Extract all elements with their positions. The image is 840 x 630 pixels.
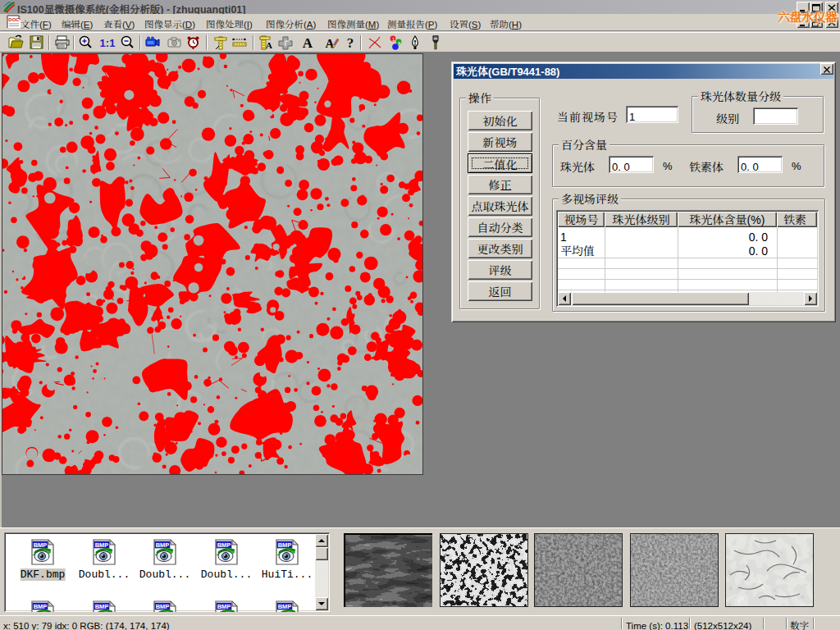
- svg-text:A: A: [266, 40, 272, 50]
- svg-text:?: ?: [347, 35, 354, 51]
- svg-text:DOC: DOC: [8, 17, 20, 22]
- svg-text:1:1: 1:1: [100, 37, 116, 49]
- svg-text:A: A: [303, 35, 313, 51]
